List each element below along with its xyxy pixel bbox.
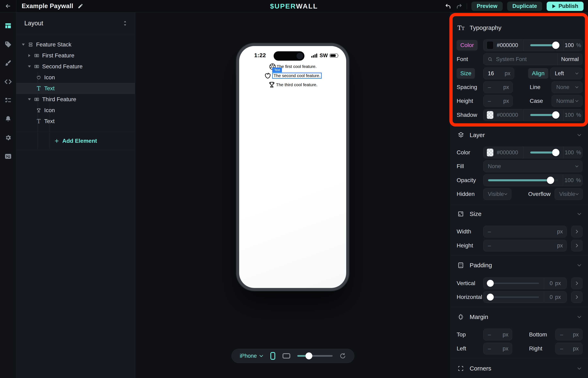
width-expand-button[interactable]: [571, 226, 583, 237]
preview-button[interactable]: Preview: [471, 2, 503, 11]
margin-top-input[interactable]: –px: [483, 329, 512, 340]
letter-spacing-input[interactable]: –px: [483, 81, 513, 93]
color-hex-segment[interactable]: #000000: [483, 40, 523, 51]
line-dropdown[interactable]: None: [551, 81, 583, 93]
layer-color-swatch[interactable]: [487, 148, 494, 157]
shadow-control-group[interactable]: #000000 100%: [483, 109, 583, 121]
nav-theme[interactable]: [4, 59, 12, 67]
horizontal-padding-group[interactable]: 0px: [483, 291, 567, 303]
vertical-padding-group[interactable]: 0px: [483, 277, 567, 289]
publish-button[interactable]: Publish: [547, 2, 584, 11]
section-padding[interactable]: Padding: [457, 260, 582, 271]
tree-item-first-feature[interactable]: First Feature: [16, 50, 135, 61]
feature-text[interactable]: The second cool feature.: [274, 73, 320, 78]
add-element-button[interactable]: Add Element: [16, 132, 135, 150]
slider-knob[interactable]: [487, 280, 494, 287]
height-expand-button[interactable]: [571, 240, 583, 251]
tree-item-icon-apple[interactable]: Icon: [16, 72, 135, 83]
nav-code[interactable]: [4, 78, 12, 85]
font-search-input[interactable]: System Font: [483, 54, 557, 65]
nav-settings[interactable]: [4, 134, 12, 141]
layer-alpha-value[interactable]: 100%: [563, 147, 582, 158]
redo-button[interactable]: [456, 3, 462, 10]
align-binding-label[interactable]: Align: [528, 68, 548, 79]
line-height-input[interactable]: –px: [483, 95, 513, 107]
shadow-hex-segment[interactable]: #000000: [483, 109, 523, 121]
slider-knob[interactable]: [552, 149, 559, 156]
shadow-value-segment[interactable]: 100%: [563, 109, 582, 121]
margin-right-input[interactable]: –px: [555, 343, 583, 354]
tree-item-feature-stack[interactable]: Feature Stack: [16, 39, 135, 50]
width-input[interactable]: –px: [483, 226, 567, 237]
section-size[interactable]: Size: [457, 208, 582, 220]
tree-item-text-selected[interactable]: T Text: [16, 83, 135, 94]
margin-left-input[interactable]: –px: [483, 343, 512, 354]
color-binding-label[interactable]: Color: [457, 40, 478, 51]
alpha-slider-segment[interactable]: [523, 40, 563, 51]
caret-down-icon[interactable]: [21, 43, 26, 46]
feature-row-2[interactable]: Text The second cool feature.: [264, 72, 321, 80]
size-binding-label[interactable]: Size: [457, 68, 475, 79]
feature-row-3[interactable]: The third cool feature.: [268, 81, 317, 89]
opacity-slider[interactable]: [483, 175, 563, 186]
shadow-swatch[interactable]: [487, 111, 494, 119]
device-selector[interactable]: iPhone: [240, 353, 263, 359]
tree-item-icon-trophy[interactable]: Icon: [16, 105, 135, 116]
font-size-input[interactable]: 16px: [483, 68, 514, 79]
slider-knob[interactable]: [487, 294, 494, 300]
overflow-dropdown[interactable]: Visible: [555, 188, 583, 200]
edit-title-button[interactable]: [78, 3, 83, 9]
align-dropdown[interactable]: Left: [550, 68, 583, 79]
section-layer[interactable]: Layer: [457, 129, 582, 141]
nav-console[interactable]: [4, 153, 12, 160]
hidden-dropdown[interactable]: Visible: [483, 188, 511, 200]
back-button[interactable]: [0, 3, 16, 10]
shadow-slider-segment[interactable]: [523, 109, 563, 121]
color-control-group[interactable]: #000000 100%: [483, 39, 583, 51]
nav-notifications[interactable]: [4, 115, 12, 123]
feature-text[interactable]: The third cool feature.: [276, 82, 317, 87]
zoom-slider[interactable]: [297, 355, 333, 357]
opacity-group[interactable]: 100%: [483, 175, 583, 186]
opacity-value[interactable]: 100%: [563, 175, 582, 186]
nav-rules[interactable]: [4, 97, 12, 104]
editor-canvas[interactable]: 1:22 SW The first cool feature. Text: [135, 12, 450, 378]
section-margin[interactable]: Margin: [457, 311, 582, 323]
vertical-padding-slider[interactable]: [483, 278, 544, 289]
vertical-padding-expand-button[interactable]: [571, 277, 583, 289]
layer-hex-segment[interactable]: #000000: [483, 147, 523, 158]
orientation-portrait-button[interactable]: [270, 352, 275, 360]
slider-knob[interactable]: [547, 177, 554, 184]
layer-alpha-slider[interactable]: [523, 147, 563, 158]
nav-layout[interactable]: [4, 22, 12, 29]
caret-down-icon[interactable]: [27, 65, 32, 68]
horizontal-padding-slider[interactable]: [483, 291, 544, 303]
horizontal-padding-value[interactable]: 0px: [544, 291, 566, 303]
slider-knob[interactable]: [552, 111, 559, 119]
tree-item-third-feature[interactable]: Third Feature: [16, 94, 135, 105]
orientation-landscape-button[interactable]: [282, 353, 290, 359]
feature-text[interactable]: The first cool feature.: [277, 64, 317, 69]
layer-color-group[interactable]: #000000 100%: [483, 147, 583, 158]
fill-dropdown[interactable]: None: [483, 161, 583, 172]
selected-element-outline[interactable]: Text The second cool feature.: [272, 73, 321, 79]
duplicate-button[interactable]: Duplicate: [507, 2, 542, 11]
case-dropdown[interactable]: Normal: [551, 95, 583, 107]
caret-down-icon[interactable]: [27, 98, 32, 101]
color-swatch[interactable]: [487, 41, 494, 49]
section-typography[interactable]: TT Typography: [457, 22, 582, 33]
zoom-slider-knob[interactable]: [305, 352, 312, 359]
caret-right-icon[interactable]: [27, 54, 32, 57]
height-input[interactable]: –px: [483, 240, 567, 251]
margin-bottom-input[interactable]: –px: [555, 329, 583, 340]
paywall-screen[interactable]: 1:22 SW The first cool feature. Text: [239, 46, 346, 288]
alpha-value-segment[interactable]: 100%: [563, 40, 582, 51]
font-weight-dropdown[interactable]: Normal: [557, 54, 582, 65]
reorder-button[interactable]: [122, 20, 128, 26]
undo-button[interactable]: [445, 3, 451, 10]
vertical-padding-value[interactable]: 0px: [544, 278, 566, 289]
tree-item-second-feature[interactable]: Second Feature: [16, 61, 135, 72]
section-corners[interactable]: Corners: [457, 363, 582, 374]
horizontal-padding-expand-button[interactable]: [571, 291, 583, 303]
refresh-button[interactable]: [340, 353, 346, 359]
